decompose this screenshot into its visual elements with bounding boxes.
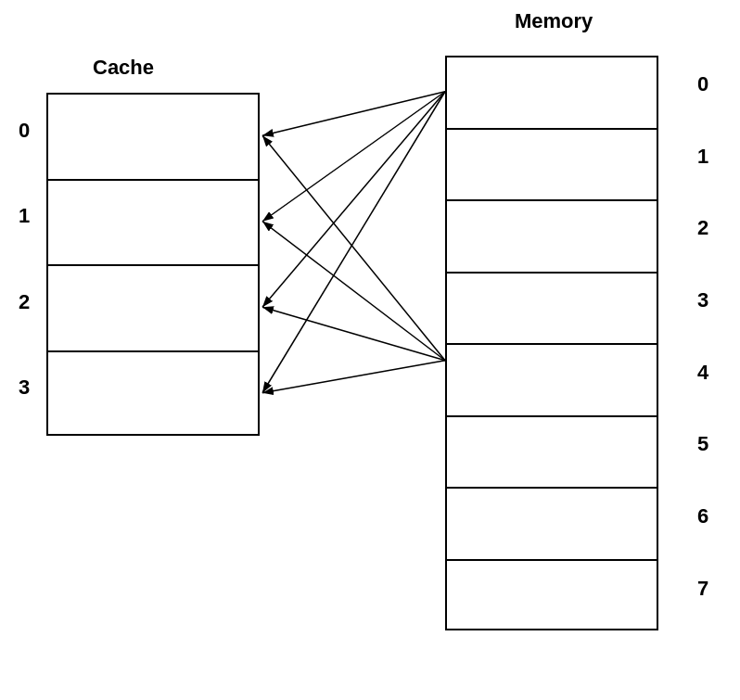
cache-title: Cache — [93, 56, 154, 80]
cache-row-label-3: 3 — [19, 375, 30, 400]
memory-row-6 — [447, 489, 657, 561]
memory-row-label-6: 6 — [697, 504, 708, 528]
arrow-mem0-cache1 — [262, 92, 445, 222]
memory-row-1 — [447, 130, 657, 202]
cache-row-2 — [48, 266, 258, 352]
cache-row-label-1: 1 — [19, 204, 30, 228]
arrow-mem0-cache0 — [262, 92, 445, 136]
cache-row-0 — [48, 95, 258, 181]
memory-block — [445, 56, 658, 630]
memory-row-3 — [447, 274, 657, 346]
memory-row-label-0: 0 — [697, 72, 708, 96]
diagram-container: Cache Memory 0 1 2 3 0 1 2 3 4 5 6 7 — [0, 0, 740, 700]
memory-row-label-2: 2 — [697, 216, 708, 240]
memory-row-2 — [447, 201, 657, 274]
cache-row-3 — [48, 352, 258, 439]
cache-row-label-0: 0 — [19, 119, 30, 143]
memory-row-label-1: 1 — [697, 145, 708, 169]
cache-block — [46, 93, 260, 436]
memory-title: Memory — [515, 9, 593, 33]
arrow-mem4-cache2 — [262, 307, 445, 361]
arrow-mem4-cache3 — [262, 361, 445, 393]
cache-row-1 — [48, 181, 258, 267]
memory-row-0 — [447, 57, 657, 130]
cache-row-label-2: 2 — [19, 290, 30, 314]
arrow-mem0-cache2 — [262, 92, 445, 308]
memory-row-label-5: 5 — [697, 432, 708, 456]
arrow-mem0-cache3 — [262, 92, 445, 393]
memory-row-5 — [447, 417, 657, 490]
arrow-mem4-cache1 — [262, 222, 445, 361]
arrow-mem4-cache0 — [262, 135, 445, 361]
memory-row-7 — [447, 561, 657, 633]
memory-row-label-4: 4 — [697, 361, 708, 385]
memory-row-label-3: 3 — [697, 288, 708, 312]
memory-row-4 — [447, 345, 657, 417]
memory-row-label-7: 7 — [697, 577, 708, 601]
